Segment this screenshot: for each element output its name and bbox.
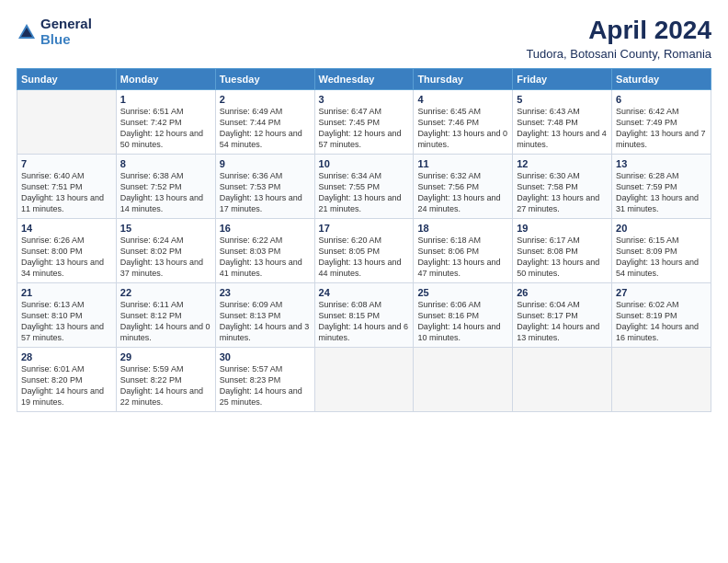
day-number: 10 (319, 158, 410, 169)
day-cell: 20Sunrise: 6:15 AMSunset: 8:09 PMDayligh… (612, 218, 711, 282)
day-info: Sunrise: 6:11 AMSunset: 8:12 PMDaylight:… (120, 299, 211, 344)
day-cell: 5Sunrise: 6:43 AMSunset: 7:48 PMDaylight… (513, 89, 612, 154)
logo-text: General Blue (40, 17, 92, 47)
day-info: Sunrise: 6:18 AMSunset: 8:06 PMDaylight:… (417, 235, 508, 280)
day-number: 23 (220, 287, 311, 298)
day-number: 8 (120, 158, 211, 169)
day-number: 5 (517, 94, 608, 105)
day-info: Sunrise: 6:01 AMSunset: 8:20 PMDaylight:… (21, 363, 112, 408)
day-cell: 23Sunrise: 6:09 AMSunset: 8:13 PMDayligh… (215, 282, 314, 347)
day-cell: 22Sunrise: 6:11 AMSunset: 8:12 PMDayligh… (116, 282, 215, 347)
day-info: Sunrise: 6:24 AMSunset: 8:02 PMDaylight:… (120, 235, 211, 280)
day-info: Sunrise: 6:09 AMSunset: 8:13 PMDaylight:… (220, 299, 311, 344)
day-info: Sunrise: 6:45 AMSunset: 7:46 PMDaylight:… (417, 106, 508, 151)
day-header-friday: Friday (513, 68, 612, 89)
day-info: Sunrise: 6:20 AMSunset: 8:05 PMDaylight:… (319, 235, 410, 280)
day-cell: 21Sunrise: 6:13 AMSunset: 8:10 PMDayligh… (17, 282, 117, 347)
day-cell: 16Sunrise: 6:22 AMSunset: 8:03 PMDayligh… (215, 218, 314, 282)
day-cell: 24Sunrise: 6:08 AMSunset: 8:15 PMDayligh… (314, 282, 414, 347)
day-header-monday: Monday (116, 68, 215, 89)
day-info: Sunrise: 6:15 AMSunset: 8:09 PMDaylight:… (616, 235, 707, 280)
day-cell: 10Sunrise: 6:34 AMSunset: 7:55 PMDayligh… (314, 154, 414, 218)
day-number: 30 (220, 351, 311, 362)
day-number: 3 (319, 94, 410, 105)
day-info: Sunrise: 6:36 AMSunset: 7:53 PMDaylight:… (220, 170, 311, 215)
day-info: Sunrise: 6:06 AMSunset: 8:16 PMDaylight:… (417, 299, 508, 344)
header-row: SundayMondayTuesdayWednesdayThursdayFrid… (17, 68, 711, 89)
day-info: Sunrise: 6:30 AMSunset: 7:58 PMDaylight:… (517, 170, 608, 215)
day-number: 16 (220, 223, 311, 234)
day-info: Sunrise: 6:26 AMSunset: 8:00 PMDaylight:… (21, 235, 112, 280)
logo: General Blue (17, 17, 92, 47)
day-cell: 25Sunrise: 6:06 AMSunset: 8:16 PMDayligh… (414, 282, 513, 347)
day-cell: 26Sunrise: 6:04 AMSunset: 8:17 PMDayligh… (513, 282, 612, 347)
header: General Blue April 2024 Tudora, Botosani… (17, 17, 711, 61)
day-info: Sunrise: 6:40 AMSunset: 7:51 PMDaylight:… (21, 170, 112, 215)
logo-general: General (40, 17, 92, 32)
day-cell: 8Sunrise: 6:38 AMSunset: 7:52 PMDaylight… (116, 154, 215, 218)
day-cell: 30Sunrise: 5:57 AMSunset: 8:23 PMDayligh… (215, 347, 314, 411)
day-info: Sunrise: 5:59 AMSunset: 8:22 PMDaylight:… (120, 363, 211, 408)
day-cell: 27Sunrise: 6:02 AMSunset: 8:19 PMDayligh… (612, 282, 711, 347)
page: General Blue April 2024 Tudora, Botosani… (0, 0, 728, 563)
day-cell: 18Sunrise: 6:18 AMSunset: 8:06 PMDayligh… (414, 218, 513, 282)
day-header-sunday: Sunday (17, 68, 117, 89)
day-number: 12 (517, 158, 608, 169)
day-cell: 11Sunrise: 6:32 AMSunset: 7:56 PMDayligh… (414, 154, 513, 218)
day-info: Sunrise: 6:38 AMSunset: 7:52 PMDaylight:… (120, 170, 211, 215)
day-info: Sunrise: 6:02 AMSunset: 8:19 PMDaylight:… (616, 299, 707, 344)
subtitle: Tudora, Botosani County, Romania (526, 47, 711, 61)
title-block: April 2024 Tudora, Botosani County, Roma… (526, 17, 711, 61)
day-number: 26 (517, 287, 608, 298)
week-row-3: 14Sunrise: 6:26 AMSunset: 8:00 PMDayligh… (17, 218, 711, 282)
logo-blue: Blue (40, 32, 92, 48)
day-cell: 3Sunrise: 6:47 AMSunset: 7:45 PMDaylight… (314, 89, 414, 154)
day-cell: 4Sunrise: 6:45 AMSunset: 7:46 PMDaylight… (414, 89, 513, 154)
day-number: 2 (220, 94, 311, 105)
day-number: 7 (21, 158, 112, 169)
week-row-1: 1Sunrise: 6:51 AMSunset: 7:42 PMDaylight… (17, 89, 711, 154)
day-header-thursday: Thursday (414, 68, 513, 89)
calendar-table: SundayMondayTuesdayWednesdayThursdayFrid… (17, 68, 711, 412)
day-number: 9 (220, 158, 311, 169)
day-cell: 19Sunrise: 6:17 AMSunset: 8:08 PMDayligh… (513, 218, 612, 282)
logo-icon (17, 22, 37, 42)
day-number: 11 (417, 158, 508, 169)
main-title: April 2024 (526, 17, 711, 45)
day-number: 24 (319, 287, 410, 298)
day-header-tuesday: Tuesday (215, 68, 314, 89)
day-number: 14 (21, 223, 112, 234)
day-number: 22 (120, 287, 211, 298)
day-info: Sunrise: 6:04 AMSunset: 8:17 PMDaylight:… (517, 299, 608, 344)
day-number: 6 (616, 94, 707, 105)
day-cell: 12Sunrise: 6:30 AMSunset: 7:58 PMDayligh… (513, 154, 612, 218)
day-cell: 13Sunrise: 6:28 AMSunset: 7:59 PMDayligh… (612, 154, 711, 218)
week-row-4: 21Sunrise: 6:13 AMSunset: 8:10 PMDayligh… (17, 282, 711, 347)
day-cell (17, 89, 117, 154)
day-info: Sunrise: 5:57 AMSunset: 8:23 PMDaylight:… (220, 363, 311, 408)
day-info: Sunrise: 6:51 AMSunset: 7:42 PMDaylight:… (120, 106, 211, 151)
day-cell (314, 347, 414, 411)
day-number: 15 (120, 223, 211, 234)
day-number: 27 (616, 287, 707, 298)
day-info: Sunrise: 6:28 AMSunset: 7:59 PMDaylight:… (616, 170, 707, 215)
day-cell (612, 347, 711, 411)
day-header-saturday: Saturday (612, 68, 711, 89)
day-info: Sunrise: 6:47 AMSunset: 7:45 PMDaylight:… (319, 106, 410, 151)
day-number: 28 (21, 351, 112, 362)
day-cell: 6Sunrise: 6:42 AMSunset: 7:49 PMDaylight… (612, 89, 711, 154)
day-info: Sunrise: 6:32 AMSunset: 7:56 PMDaylight:… (417, 170, 508, 215)
day-number: 21 (21, 287, 112, 298)
day-cell: 15Sunrise: 6:24 AMSunset: 8:02 PMDayligh… (116, 218, 215, 282)
day-cell: 7Sunrise: 6:40 AMSunset: 7:51 PMDaylight… (17, 154, 117, 218)
day-header-wednesday: Wednesday (314, 68, 414, 89)
day-number: 20 (616, 223, 707, 234)
day-number: 18 (417, 223, 508, 234)
day-info: Sunrise: 6:34 AMSunset: 7:55 PMDaylight:… (319, 170, 410, 215)
day-info: Sunrise: 6:13 AMSunset: 8:10 PMDaylight:… (21, 299, 112, 344)
day-cell (414, 347, 513, 411)
day-number: 13 (616, 158, 707, 169)
day-number: 1 (120, 94, 211, 105)
day-cell: 29Sunrise: 5:59 AMSunset: 8:22 PMDayligh… (116, 347, 215, 411)
day-cell: 14Sunrise: 6:26 AMSunset: 8:00 PMDayligh… (17, 218, 117, 282)
